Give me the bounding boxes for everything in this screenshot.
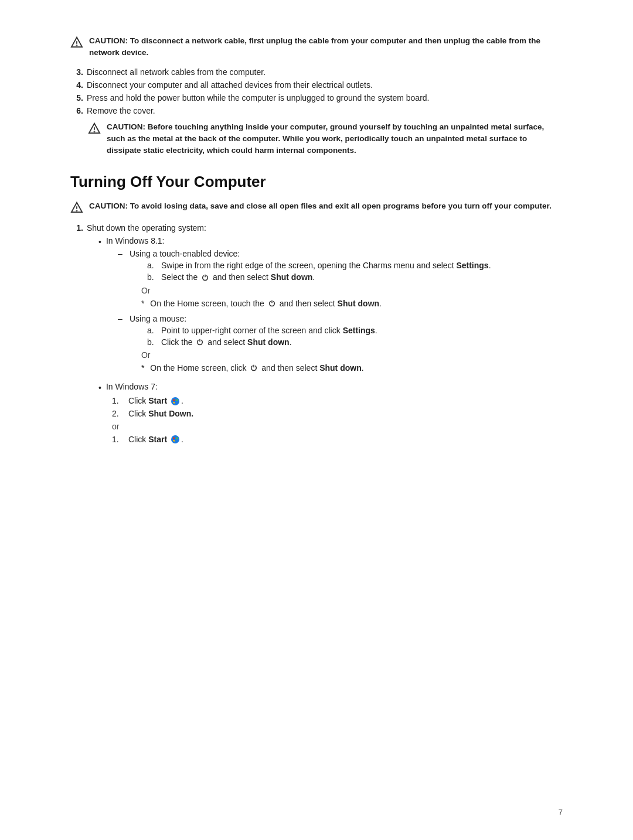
windows-icon-1 xyxy=(171,397,180,406)
windows81-item: • In Windows 8.1: – Using a touch-enable… xyxy=(98,236,491,377)
step-4: 4. Disconnect your computer and all atta… xyxy=(70,80,563,90)
caution-icon-2 xyxy=(88,122,101,135)
touch-alpha-steps: a. Swipe in from the right edge of the s… xyxy=(130,261,491,282)
or-text-1: Or xyxy=(130,286,491,295)
mouse-alpha-steps: a. Point to upper-right corner of the sc… xyxy=(130,326,377,347)
touch-star-list: * On the Home screen, touch the xyxy=(130,299,491,308)
windows7-item: • In Windows 7: 1. Click Start xyxy=(98,382,491,447)
windows7-steps-2: 1. Click Start xyxy=(106,435,193,445)
caution-icon-3 xyxy=(70,201,83,214)
mouse-item: – Using a mouse: a. Point to upper-right… xyxy=(118,314,491,375)
caution-icon-1 xyxy=(70,36,83,49)
main-step-1: 1. Shut down the operating system: • In … xyxy=(70,223,563,450)
win7-step-2: 2. Click Shut Down. xyxy=(112,409,193,418)
win7-step-1: 1. Click Start xyxy=(112,396,193,406)
caution-text-1: CAUTION: To disconnect a network cable, … xyxy=(89,35,563,59)
touch-device-section: – Using a touch-enabled device: a. Swipe… xyxy=(106,249,491,375)
touch-star-item: * On the Home screen, touch the xyxy=(141,299,491,308)
power-icon-1 xyxy=(201,274,209,282)
step-5: 5. Press and hold the power button while… xyxy=(70,93,563,103)
win7-step-alt-1: 1. Click Start xyxy=(112,435,193,445)
mouse-step-b: b. Click the xyxy=(147,337,377,347)
windows-icon-2 xyxy=(171,435,180,444)
power-icon-3 xyxy=(196,338,204,346)
power-icon-2 xyxy=(268,299,276,308)
win7-or: or xyxy=(106,422,193,431)
or-text-2: Or xyxy=(130,350,377,360)
touch-step-b: b. Select the xyxy=(147,272,491,282)
section-heading: Turning Off Your Computer xyxy=(70,173,563,191)
svg-point-6 xyxy=(171,397,179,405)
caution-text-2: CAUTION: Before touching anything inside… xyxy=(107,121,563,157)
touch-device-item: – Using a touch-enabled device: a. Swipe… xyxy=(118,249,491,310)
svg-point-7 xyxy=(171,435,179,443)
windows7-steps-1: 1. Click Start xyxy=(106,396,193,418)
step-6: 6. Remove the cover. xyxy=(70,106,563,115)
page-number: 7 xyxy=(559,808,563,817)
touch-step-a: a. Swipe in from the right edge of the s… xyxy=(147,261,491,270)
power-icon-4 xyxy=(250,364,258,372)
caution-text-3: CAUTION: To avoid losing data, save and … xyxy=(89,200,552,212)
mouse-star-list: * On the Home screen, click xyxy=(130,363,377,373)
steps-3-to-6: 3. Disconnect all network cables from th… xyxy=(70,67,563,115)
step-3: 3. Disconnect all network cables from th… xyxy=(70,67,563,77)
windows81-section: • In Windows 8.1: – Using a touch-enable… xyxy=(87,236,491,447)
main-steps: 1. Shut down the operating system: • In … xyxy=(70,223,563,450)
caution-block-1: CAUTION: To disconnect a network cable, … xyxy=(70,35,563,59)
svg-point-1 xyxy=(77,45,77,46)
caution-block-2: CAUTION: Before touching anything inside… xyxy=(88,121,563,157)
svg-point-5 xyxy=(77,210,77,211)
mouse-step-a: a. Point to upper-right corner of the sc… xyxy=(147,326,377,335)
svg-point-3 xyxy=(94,131,95,132)
mouse-star-item: * On the Home screen, click xyxy=(141,363,377,373)
caution-block-3: CAUTION: To avoid losing data, save and … xyxy=(70,200,563,214)
